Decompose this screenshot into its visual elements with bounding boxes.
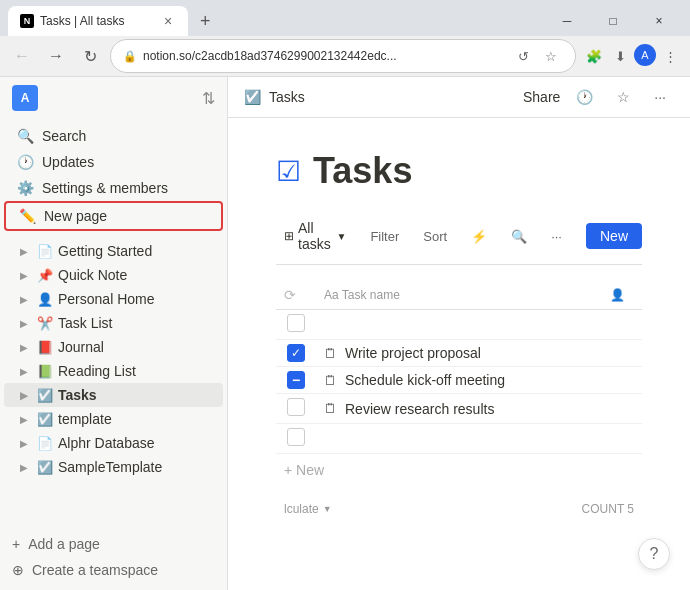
sidebar-item-template[interactable]: ▶ ☑️ template bbox=[4, 407, 223, 431]
grid-icon: ⊞ bbox=[284, 229, 294, 243]
sidebar-item-getting-started[interactable]: ▶ 📄 Getting Started bbox=[4, 239, 223, 263]
star-icon[interactable]: ☆ bbox=[539, 44, 563, 68]
add-page-btn[interactable]: + Add a page bbox=[12, 531, 215, 557]
history-icon[interactable]: 🕐 bbox=[568, 85, 601, 109]
add-page-label: Add a page bbox=[28, 536, 100, 552]
active-tab[interactable]: N Tasks | All tasks × bbox=[8, 6, 188, 36]
task-checkbox[interactable] bbox=[287, 314, 305, 332]
sidebar-item-reading-list[interactable]: ▶ 📗 Reading List bbox=[4, 359, 223, 383]
task-name-cell[interactable]: 🗒 Review research results bbox=[316, 394, 602, 424]
tree-item-label: Personal Home bbox=[58, 291, 155, 307]
filter-btn[interactable]: Filter bbox=[362, 225, 407, 248]
task-checkbox[interactable] bbox=[287, 371, 305, 389]
app-layout: A ⇅ 🔍 Search 🕐 Updates ⚙️ Settings & mem… bbox=[0, 77, 690, 590]
table-row bbox=[276, 310, 642, 340]
sidebar-item-journal[interactable]: ▶ 📕 Journal bbox=[4, 335, 223, 359]
new-tab-btn[interactable]: + bbox=[192, 11, 219, 32]
task-name-text: Review research results bbox=[345, 401, 494, 417]
task-checkbox-cell[interactable] bbox=[276, 367, 316, 394]
task-person-cell bbox=[602, 340, 642, 367]
table-row: 🗒 Write project proposal bbox=[276, 340, 642, 367]
task-checkbox[interactable] bbox=[287, 344, 305, 362]
download-icon[interactable]: ⬇ bbox=[608, 44, 632, 68]
task-checkbox-cell[interactable] bbox=[276, 340, 316, 367]
new-record-btn[interactable]: New bbox=[586, 223, 642, 249]
close-btn[interactable]: × bbox=[636, 3, 682, 39]
sort-btn[interactable]: Sort bbox=[415, 225, 455, 248]
settings-icon: ⚙️ bbox=[16, 180, 34, 196]
task-checkbox[interactable] bbox=[287, 398, 305, 416]
task-name-cell[interactable] bbox=[316, 310, 602, 340]
task-name-cell[interactable]: 🗒 Schedule kick-off meeting bbox=[316, 367, 602, 394]
more-options-icon[interactable]: ··· bbox=[646, 85, 674, 109]
sidebar-item-updates[interactable]: 🕐 Updates bbox=[4, 149, 223, 175]
maximize-btn[interactable]: □ bbox=[590, 3, 636, 39]
search-icon: 🔍 bbox=[16, 128, 34, 144]
browser-chrome: N Tasks | All tasks × + ─ □ × ← → ↻ 🔒 no… bbox=[0, 0, 690, 77]
tab-close-btn[interactable]: × bbox=[160, 13, 176, 29]
menu-icon[interactable]: ⋮ bbox=[658, 44, 682, 68]
task-name-cell[interactable]: 🗒 Write project proposal bbox=[316, 340, 602, 367]
refresh-btn[interactable]: ↻ bbox=[76, 42, 104, 70]
task-person-cell bbox=[602, 310, 642, 340]
url-text: notion.so/c2acdb18ad3746299002132442edc.… bbox=[143, 49, 505, 63]
sidebar-header: A ⇅ bbox=[0, 77, 227, 119]
sidebar-item-tasks[interactable]: ▶ ☑️ Tasks bbox=[4, 383, 223, 407]
page-task-icon: 🗒 bbox=[324, 346, 337, 361]
more-view-options[interactable]: ··· bbox=[543, 225, 570, 248]
task-checkbox-cell[interactable] bbox=[276, 310, 316, 340]
view-selector[interactable]: ⊞ All tasks ▼ bbox=[276, 216, 354, 256]
sidebar-sort-btn[interactable]: ⇅ bbox=[202, 89, 215, 108]
forward-btn[interactable]: → bbox=[42, 42, 70, 70]
table-row: 🗒 Schedule kick-off meeting bbox=[276, 367, 642, 394]
calculate-label: lculate bbox=[284, 502, 319, 516]
address-bar: ← → ↻ 🔒 notion.so/c2acdb18ad374629900213… bbox=[0, 36, 690, 76]
reload-icon[interactable]: ↺ bbox=[511, 44, 535, 68]
sidebar-item-alphr-database[interactable]: ▶ 📄 Alphr Database bbox=[4, 431, 223, 455]
add-new-row[interactable]: + New bbox=[276, 454, 642, 486]
sidebar-item-search[interactable]: 🔍 Search bbox=[4, 123, 223, 149]
sidebar-item-quick-note[interactable]: ▶ 📌 Quick Note bbox=[4, 263, 223, 287]
chevron-icon: ▶ bbox=[16, 318, 32, 329]
help-button[interactable]: ? bbox=[638, 538, 670, 570]
chevron-icon: ▶ bbox=[16, 270, 32, 281]
checkbox-icon: ☑️ bbox=[36, 388, 54, 403]
minimize-btn[interactable]: ─ bbox=[544, 3, 590, 39]
check-column-header: ⟳ bbox=[276, 281, 316, 310]
profile-icon[interactable]: A bbox=[634, 44, 656, 66]
sidebar-item-sample-template[interactable]: ▶ ☑️ SampleTemplate bbox=[4, 455, 223, 479]
back-btn[interactable]: ← bbox=[8, 42, 36, 70]
sidebar-item-settings[interactable]: ⚙️ Settings & members bbox=[4, 175, 223, 201]
chevron-icon: ▶ bbox=[16, 414, 32, 425]
table-header-row: ⟳ Aa Task name 👤 bbox=[276, 281, 642, 310]
task-name-cell[interactable] bbox=[316, 424, 602, 454]
task-checkbox[interactable] bbox=[287, 428, 305, 446]
task-checkbox-cell[interactable] bbox=[276, 424, 316, 454]
book-icon: 📗 bbox=[36, 364, 54, 379]
share-button[interactable]: Share bbox=[523, 89, 560, 105]
sidebar-item-label: Settings & members bbox=[42, 180, 211, 196]
search-toolbar-icon[interactable]: 🔍 bbox=[503, 225, 535, 248]
avatar[interactable]: A bbox=[12, 85, 38, 111]
sidebar-item-task-list[interactable]: ▶ ✂️ Task List bbox=[4, 311, 223, 335]
favorite-icon[interactable]: ☆ bbox=[609, 85, 638, 109]
tree-item-label: Quick Note bbox=[58, 267, 127, 283]
person-column-header: 👤 bbox=[602, 281, 642, 310]
sidebar-item-personal-home[interactable]: ▶ 👤 Personal Home bbox=[4, 287, 223, 311]
url-bar[interactable]: 🔒 notion.so/c2acdb18ad3746299002132442ed… bbox=[110, 39, 576, 73]
sidebar-menu: 🔍 Search 🕐 Updates ⚙️ Settings & members… bbox=[0, 119, 227, 235]
task-name: 🗒 Write project proposal bbox=[324, 345, 594, 361]
sidebar-item-new-page[interactable]: ✏️ New page bbox=[4, 201, 223, 231]
window-controls: ─ □ × bbox=[544, 3, 682, 39]
calculate-btn[interactable]: lculate ▼ bbox=[284, 502, 332, 516]
page-header-icon: ☑️ bbox=[244, 89, 261, 105]
page-title: Tasks bbox=[313, 150, 412, 192]
updates-icon: 🕐 bbox=[16, 154, 34, 170]
sample-icon: ☑️ bbox=[36, 460, 54, 475]
journal-icon: 📕 bbox=[36, 340, 54, 355]
lightning-icon[interactable]: ⚡ bbox=[463, 225, 495, 248]
task-checkbox-cell[interactable] bbox=[276, 394, 316, 424]
create-teamspace-btn[interactable]: ⊕ Create a teamspace bbox=[12, 557, 215, 583]
tasks-title-icon: ☑ bbox=[276, 155, 301, 188]
extensions-icon[interactable]: 🧩 bbox=[582, 44, 606, 68]
